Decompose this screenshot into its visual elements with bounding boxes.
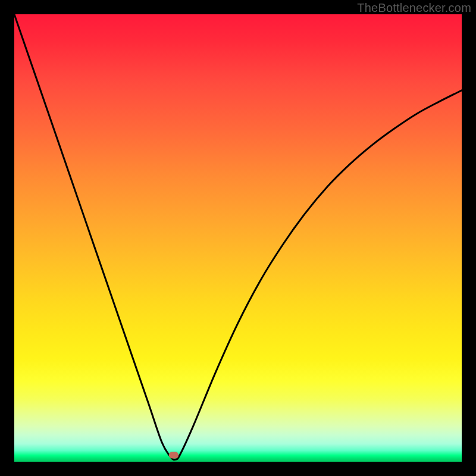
optimal-point-marker xyxy=(169,452,178,459)
plot-area xyxy=(14,14,462,462)
chart-stage: TheBottlenecker.com xyxy=(0,0,476,476)
curve-layer xyxy=(14,14,462,462)
bottleneck-curve xyxy=(14,14,462,460)
watermark-text: TheBottlenecker.com xyxy=(357,1,471,15)
